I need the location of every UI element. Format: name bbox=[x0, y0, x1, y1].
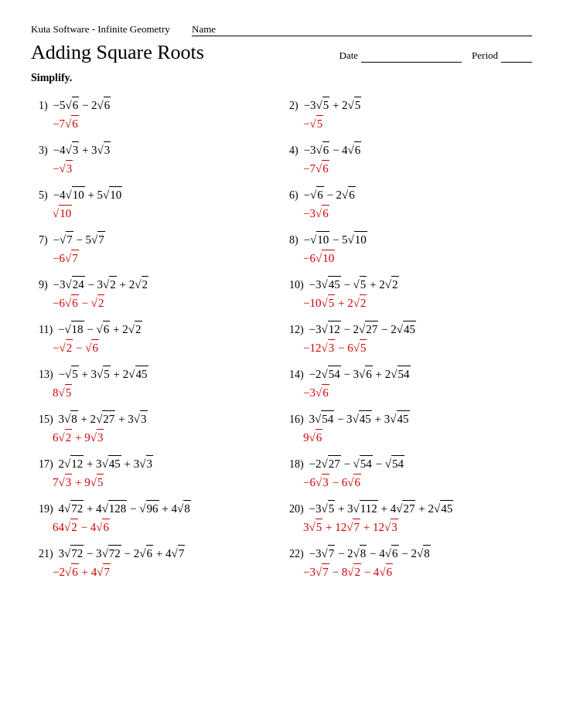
problem-cell: 5) −4√10 + 5√10√10 bbox=[31, 182, 282, 226]
problem-question: 9) −3√24 − 3√2 + 2√2 bbox=[39, 276, 274, 293]
header-top: Kuta Software - Infinite Geometry Name bbox=[31, 23, 532, 36]
problem-cell: 2) −3√5 + 2√5−√5 bbox=[282, 92, 532, 137]
problem-answer: √10 bbox=[53, 205, 274, 222]
problem-question: 17) 2√12 + 3√45 + 3√3 bbox=[39, 455, 274, 472]
problem-question: 20) −3√5 + 3√112 + 4√27 + 2√45 bbox=[289, 500, 524, 517]
problem-answer: −10√5 + 2√2 bbox=[303, 294, 524, 311]
date-period: Date Period bbox=[340, 49, 533, 63]
problem-cell: 13) −√5 + 3√5 + 2√458√5 bbox=[31, 361, 282, 406]
simplify-label: Simplify. bbox=[31, 72, 532, 84]
problem-question: 16) 3√54 − 3√45 + 3√45 bbox=[289, 410, 524, 427]
problem-question: 8) −√10 − 5√10 bbox=[289, 231, 524, 248]
problem-answer: −6√7 bbox=[53, 250, 274, 267]
problem-answer: −7√6 bbox=[53, 115, 274, 132]
problem-cell: 12) −3√12 − 2√27 − 2√45−12√3 − 6√5 bbox=[282, 316, 532, 361]
problem-question: 4) −3√6 − 4√6 bbox=[289, 141, 524, 158]
problem-answer: −3√6 bbox=[303, 205, 524, 222]
problem-answer: 8√5 bbox=[53, 384, 274, 401]
problem-question: 6) −√6 − 2√6 bbox=[289, 186, 524, 203]
problem-answer: −√2 − √6 bbox=[53, 339, 274, 356]
problem-cell: 10) −3√45 − √5 + 2√2−10√5 + 2√2 bbox=[282, 271, 532, 316]
problem-question: 2) −3√5 + 2√5 bbox=[289, 97, 524, 114]
problem-answer: −√3 bbox=[53, 160, 274, 177]
problem-question: 13) −√5 + 3√5 + 2√45 bbox=[39, 366, 274, 383]
problem-answer: −6√6 − √2 bbox=[53, 294, 274, 311]
problem-answer: −3√7 − 8√2 − 4√6 bbox=[303, 563, 524, 580]
problem-answer: −√5 bbox=[303, 115, 524, 132]
problem-cell: 8) −√10 − 5√10−6√10 bbox=[282, 226, 532, 271]
problem-cell: 14) −2√54 − 3√6 + 2√54−3√6 bbox=[282, 361, 532, 406]
problem-question: 3) −4√3 + 3√3 bbox=[39, 141, 274, 158]
page-title: Adding Square Roots bbox=[31, 41, 204, 64]
problem-question: 5) −4√10 + 5√10 bbox=[39, 186, 274, 203]
problem-answer: −7√6 bbox=[303, 160, 524, 177]
problem-answer: −2√6 + 4√7 bbox=[53, 563, 274, 580]
problem-question: 21) 3√72 − 3√72 − 2√6 + 4√7 bbox=[39, 545, 274, 562]
title-date-row: Adding Square Roots Date Period bbox=[31, 41, 532, 64]
software-name: Kuta Software - Infinite Geometry bbox=[31, 23, 170, 36]
problem-answer: −6√10 bbox=[303, 250, 524, 267]
problem-answer: 7√3 + 9√5 bbox=[53, 474, 274, 491]
problem-cell: 15) 3√8 + 2√27 + 3√36√2 + 9√3 bbox=[31, 406, 282, 451]
problem-question: 12) −3√12 − 2√27 − 2√45 bbox=[289, 321, 524, 338]
problem-cell: 18) −2√27 − √54 − √54−6√3 − 6√6 bbox=[282, 451, 532, 495]
problem-answer: −12√3 − 6√5 bbox=[303, 339, 524, 356]
problem-cell: 3) −4√3 + 3√3−√3 bbox=[31, 137, 282, 182]
problem-question: 11) −√18 − √6 + 2√2 bbox=[39, 321, 274, 338]
problem-cell: 22) −3√7 − 2√8 − 4√6 − 2√8−3√7 − 8√2 − 4… bbox=[282, 540, 532, 585]
problem-cell: 4) −3√6 − 4√6−7√6 bbox=[282, 137, 532, 182]
problem-answer: 9√6 bbox=[303, 429, 524, 446]
problem-cell: 21) 3√72 − 3√72 − 2√6 + 4√7−2√6 + 4√7 bbox=[31, 540, 282, 585]
problem-cell: 9) −3√24 − 3√2 + 2√2−6√6 − √2 bbox=[31, 271, 282, 316]
problems-grid: 1) −5√6 − 2√6−7√62) −3√5 + 2√5−√53) −4√3… bbox=[31, 92, 532, 585]
problem-answer: 64√2 − 4√6 bbox=[53, 519, 274, 536]
problem-question: 22) −3√7 − 2√8 − 4√6 − 2√8 bbox=[289, 545, 524, 562]
problem-cell: 7) −√7 − 5√7−6√7 bbox=[31, 226, 282, 271]
problem-answer: −3√6 bbox=[303, 384, 524, 401]
problem-cell: 19) 4√72 + 4√128 − √96 + 4√864√2 − 4√6 bbox=[31, 495, 282, 540]
problem-question: 15) 3√8 + 2√27 + 3√3 bbox=[39, 410, 274, 427]
problem-cell: 1) −5√6 − 2√6−7√6 bbox=[31, 92, 282, 137]
problem-question: 10) −3√45 − √5 + 2√2 bbox=[289, 276, 524, 293]
problem-cell: 11) −√18 − √6 + 2√2−√2 − √6 bbox=[31, 316, 282, 361]
problem-cell: 17) 2√12 + 3√45 + 3√37√3 + 9√5 bbox=[31, 451, 282, 495]
problem-question: 14) −2√54 − 3√6 + 2√54 bbox=[289, 366, 524, 383]
problem-cell: 16) 3√54 − 3√45 + 3√459√6 bbox=[282, 406, 532, 451]
problem-question: 19) 4√72 + 4√128 − √96 + 4√8 bbox=[39, 500, 274, 517]
problem-question: 7) −√7 − 5√7 bbox=[39, 231, 274, 248]
problem-cell: 6) −√6 − 2√6−3√6 bbox=[282, 182, 532, 226]
problem-answer: 6√2 + 9√3 bbox=[53, 429, 274, 446]
problem-cell: 20) −3√5 + 3√112 + 4√27 + 2√453√5 + 12√7… bbox=[282, 495, 532, 540]
problem-question: 18) −2√27 − √54 − √54 bbox=[289, 455, 524, 472]
problem-answer: 3√5 + 12√7 + 12√3 bbox=[303, 519, 524, 536]
name-field: Name bbox=[192, 23, 532, 36]
problem-question: 1) −5√6 − 2√6 bbox=[39, 97, 274, 114]
problem-answer: −6√3 − 6√6 bbox=[303, 474, 524, 491]
